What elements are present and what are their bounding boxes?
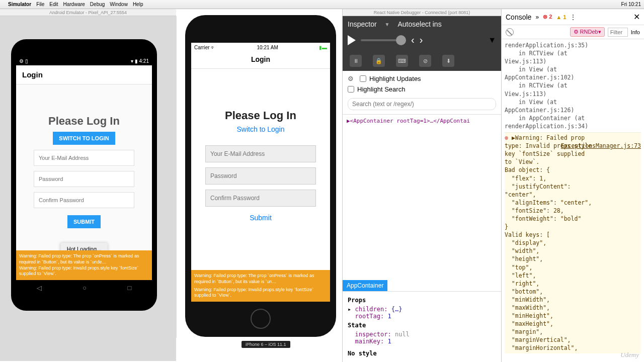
stack-trace: renderApplication.js:35) in RCTView (at … — [505, 41, 641, 130]
android-status-bar: ⚙ ▯ ▾ ▮ 4:21 — [16, 57, 152, 65]
highlight-updates-checkbox[interactable] — [360, 75, 366, 82]
android-header: Login — [16, 65, 152, 84]
disable-icon[interactable]: ⊘ — [419, 55, 431, 67]
warning-2: Warning: Failed prop type: Invalid props… — [19, 265, 149, 277]
submit-button[interactable]: SUBMIT — [67, 215, 101, 228]
email-input[interactable] — [34, 150, 134, 166]
filter-input[interactable] — [608, 28, 628, 37]
prev-icon[interactable]: ‹ — [411, 34, 415, 46]
close-icon[interactable]: ✕ — [633, 12, 640, 22]
expand-icon[interactable]: » — [535, 14, 539, 21]
confirm-password-input[interactable] — [205, 190, 316, 207]
props-panel: Props ▸ children: {…} rootTag: 1 State i… — [343, 291, 501, 362]
menu-edit[interactable]: Edit — [49, 2, 58, 7]
state-inspector[interactable]: inspector: null — [348, 331, 496, 338]
context-selector[interactable]: ⚙ RNDeb▾ — [570, 27, 605, 37]
console-header: Console » ⊗ 2 ▲ 1 ⋮ ✕ — [502, 9, 644, 25]
ios-clock: 10:21 AM — [257, 45, 278, 50]
recents-icon[interactable]: □ — [127, 284, 131, 292]
home-icon[interactable]: ○ — [83, 284, 87, 292]
pause-icon[interactable]: ⏸ — [350, 55, 362, 67]
menu-help[interactable]: Help — [133, 2, 143, 7]
chevron-down-icon[interactable]: ▼ — [385, 22, 390, 27]
android-warning-banner[interactable]: Warning: Failed prop type: The prop `onP… — [16, 250, 152, 280]
menu-debug[interactable]: Debug — [90, 2, 105, 7]
clear-console-icon[interactable] — [506, 28, 514, 36]
play-icon[interactable] — [348, 35, 356, 45]
menu-window[interactable]: Window — [110, 2, 128, 7]
menubar-app[interactable]: Simulator — [8, 2, 31, 7]
ios-body: Please Log In Switch to Login Submit — [191, 69, 330, 302]
home-button[interactable] — [251, 309, 271, 329]
background-window-edge — [176, 16, 185, 338]
component-tree[interactable]: ▶<AppContainer rootTag=1>…</AppContai — [343, 115, 501, 127]
warning-badge[interactable]: ▲ 1 — [556, 14, 566, 20]
next-icon[interactable]: › — [420, 34, 423, 46]
warning-1: Warning: Failed prop type: The prop `onP… — [19, 253, 149, 265]
state-heading: State — [348, 322, 496, 329]
android-clock: ▾ ▮ 4:21 — [131, 58, 149, 64]
warning-body: type: Invalid props.style key `fontSize`… — [505, 142, 641, 352]
android-window-title: Android Emulator - Pixel_API_27:5554 — [0, 9, 176, 16]
email-input[interactable] — [205, 145, 316, 162]
console-tab[interactable]: Console — [506, 13, 531, 21]
error-icon: ⊗ — [505, 134, 508, 141]
battery-icon: ▮▬ — [319, 45, 327, 50]
menubar-clock: Fri 10:21 — [621, 2, 641, 7]
macos-menubar: Simulator File Edit Hardware Debug Windo… — [0, 0, 644, 9]
android-screen: ⚙ ▯ ▾ ▮ 4:21 Login Please Log In SWITCH … — [16, 57, 152, 296]
warning-2: Warning: Failed prop type: Invalid props… — [194, 287, 327, 299]
carrier: Carrier ᯤ — [194, 45, 216, 50]
login-title: Please Log In — [225, 109, 296, 122]
inspector-tab[interactable]: Inspector — [348, 20, 377, 28]
prop-children[interactable]: ▸ children: {…} — [348, 306, 496, 313]
simulator-device-label: iPhone 6 – iOS 11.1 — [242, 341, 290, 348]
gear-icon[interactable]: ⚙ — [348, 75, 354, 82]
password-input[interactable] — [205, 167, 316, 185]
menu-icon[interactable]: ⋮ — [570, 14, 576, 21]
debugger-controls: ‹ › ▼ — [343, 32, 501, 51]
warning-1: Warning: Failed prop type: The prop `onP… — [194, 273, 327, 285]
lock-icon[interactable]: 🔒 — [373, 55, 385, 67]
debugger-toolbar: ⏸ 🔒 ⌨ ⊘ ⬇ — [343, 51, 501, 71]
error-badge[interactable]: ⊗ 2 — [543, 14, 552, 20]
highlight-search-checkbox[interactable] — [348, 86, 354, 93]
selected-component[interactable]: AppContainer — [343, 280, 387, 291]
login-title: Please Log In — [48, 115, 120, 128]
switch-to-login-link[interactable]: Switch to Login — [237, 125, 285, 133]
ios-warning-banner[interactable]: Warning: Failed prop type: The prop `onP… — [191, 270, 330, 302]
info-level[interactable]: Info — [631, 29, 640, 35]
confirm-password-input[interactable] — [34, 192, 134, 208]
udemy-watermark: Udemy — [620, 351, 639, 359]
debugger-window-title: React Native Debugger - Connected (port … — [343, 9, 501, 16]
warning-entry[interactable]: ⊗ ▶Warning: Failed prop ExceptionsManage… — [505, 132, 641, 353]
highlight-updates-option[interactable]: ⚙Highlight Updates — [348, 75, 496, 82]
console-output[interactable]: renderApplication.js:35) in RCTView (at … — [502, 39, 644, 362]
no-style-label: No style — [348, 350, 496, 357]
switch-to-login-button[interactable]: SWITCH TO LOGIN — [53, 132, 115, 145]
timeline-slider[interactable] — [361, 39, 406, 41]
password-input[interactable] — [34, 171, 134, 187]
android-body: Please Log In SWITCH TO LOGIN SUBMIT Hot… — [16, 84, 152, 280]
back-icon[interactable]: ◁ — [37, 284, 42, 292]
menu-hardware[interactable]: Hardware — [63, 2, 85, 7]
keyboard-icon[interactable]: ⌨ — [396, 55, 408, 67]
search-input[interactable] — [348, 98, 496, 110]
ios-status-bar: Carrier ᯤ 10:21 AM ▮▬ — [191, 43, 330, 52]
android-emulator-window: Android Emulator - Pixel_API_27:5554 ⚙ ▯… — [0, 9, 176, 361]
slider-thumb[interactable] — [396, 35, 406, 45]
debugger-tabs: Inspector ▼ Autoselect ins — [343, 16, 501, 32]
iphone-screen: Carrier ᯤ 10:21 AM ▮▬ Login Please Log I… — [191, 43, 330, 302]
highlight-search-option[interactable]: Highlight Search — [348, 85, 496, 93]
devtools-console: Console » ⊗ 2 ▲ 1 ⋮ ✕ ⚙ RNDeb▾ Info rend… — [501, 9, 644, 362]
ios-header: Login — [191, 52, 330, 69]
state-mainkey[interactable]: mainKey: 1 — [348, 338, 496, 345]
submit-link[interactable]: Submit — [250, 214, 272, 222]
inspector-options: ⚙Highlight Updates Highlight Search — [343, 71, 501, 115]
prop-roottag[interactable]: rootTag: 1 — [348, 313, 496, 320]
chevron-down-icon[interactable]: ▼ — [488, 36, 496, 45]
download-icon[interactable]: ⬇ — [442, 55, 454, 67]
gear-icon: ⚙ ▯ — [19, 58, 28, 64]
menu-file[interactable]: File — [36, 2, 44, 7]
autoselect-tab[interactable]: Autoselect ins — [398, 20, 442, 28]
